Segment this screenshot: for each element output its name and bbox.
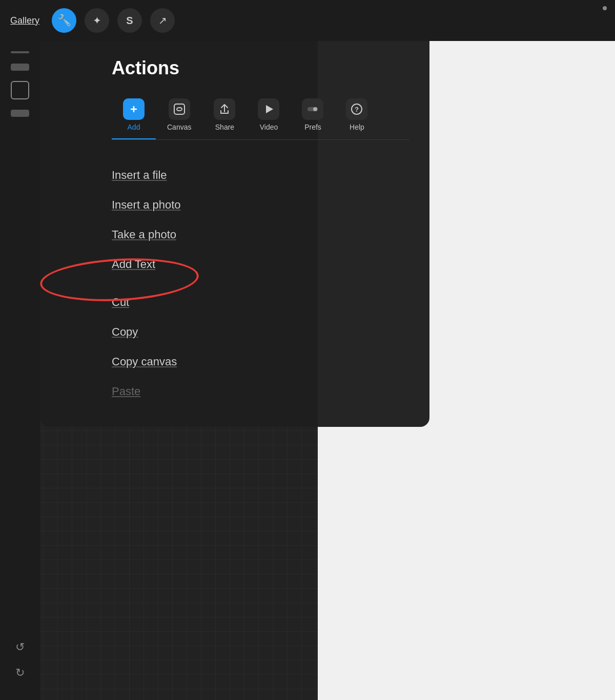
s-tool-icon: S (126, 15, 133, 27)
top-toolbar: Gallery 🔧 ✦ S ↗ (0, 0, 615, 41)
magic-wand-icon: ✦ (93, 14, 101, 27)
sidebar-square[interactable] (11, 81, 29, 99)
tab-add[interactable]: Add (112, 93, 156, 139)
left-sidebar: ↺ ↻ (0, 41, 40, 700)
prefs-tab-icon (302, 98, 323, 120)
magic-wand-button[interactable]: ✦ (85, 8, 109, 33)
help-tab-icon: ? (346, 98, 367, 120)
sidebar-bottom: ↺ ↻ (15, 641, 25, 680)
wrench-button[interactable]: 🔧 (52, 8, 76, 33)
menu-item-take-photo[interactable]: Take a photo (112, 220, 409, 250)
svg-text:?: ? (355, 106, 359, 113)
redo-icon[interactable]: ↻ (15, 666, 25, 680)
canvas-icon (173, 102, 186, 116)
menu-item-copy-canvas[interactable]: Copy canvas (112, 347, 409, 377)
menu-item-add-text[interactable]: Add Text (112, 250, 409, 279)
export-button[interactable]: ↗ (150, 8, 175, 33)
video-play-icon (262, 102, 275, 116)
export-icon: ↗ (158, 14, 167, 27)
add-plus-icon (128, 104, 139, 115)
tab-add-label: Add (128, 123, 140, 131)
sidebar-handle (11, 51, 29, 53)
actions-toolbar: Add Canvas Share (112, 93, 409, 140)
tab-prefs-label: Prefs (304, 123, 321, 131)
tab-video[interactable]: Video (247, 93, 291, 139)
toggle-icon (306, 102, 319, 116)
gallery-label[interactable]: Gallery (10, 15, 39, 26)
menu-list: Insert a file Insert a photo Take a phot… (112, 160, 409, 406)
add-tab-icon (123, 98, 145, 120)
tab-canvas-label: Canvas (167, 123, 191, 131)
tab-help-label: Help (350, 123, 364, 131)
share-tab-icon (214, 98, 235, 120)
menu-item-copy[interactable]: Copy (112, 317, 409, 347)
wrench-icon: 🔧 (57, 14, 71, 27)
top-right-indicator (603, 6, 607, 10)
actions-title: Actions (112, 57, 409, 79)
tab-share[interactable]: Share (202, 93, 247, 139)
tab-prefs[interactable]: Prefs (291, 93, 335, 139)
tab-canvas[interactable]: Canvas (156, 93, 202, 139)
tab-help[interactable]: ? Help (335, 93, 379, 139)
menu-item-paste[interactable]: Paste (112, 377, 409, 406)
tab-share-label: Share (215, 123, 234, 131)
share-icon (218, 102, 231, 116)
svg-rect-3 (174, 104, 184, 114)
svg-point-6 (313, 107, 317, 111)
svg-marker-4 (266, 105, 273, 113)
undo-icon[interactable]: ↺ (15, 641, 25, 654)
video-tab-icon (258, 98, 279, 120)
menu-item-cut[interactable]: Cut (112, 287, 409, 317)
menu-spacer-1 (112, 279, 409, 287)
canvas-tab-icon (169, 98, 190, 120)
s-tool-button[interactable]: S (117, 8, 142, 33)
actions-panel: Actions Add Canvas (40, 41, 429, 427)
tab-video-label: Video (260, 123, 278, 131)
sidebar-rect-2 (11, 110, 29, 117)
sidebar-rect-1 (11, 64, 29, 71)
menu-item-insert-file[interactable]: Insert a file (112, 160, 409, 190)
menu-item-insert-photo[interactable]: Insert a photo (112, 190, 409, 220)
question-icon: ? (350, 102, 363, 116)
